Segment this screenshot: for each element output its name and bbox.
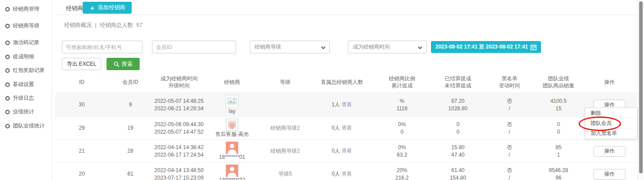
sidebar-item-distributor-level[interactable]: 经销商等级 (5, 22, 39, 30)
cell-member-id: 9 (108, 93, 152, 117)
calendar-icon (530, 44, 537, 50)
date-range-text: 2023-08-02 17:41 至 2023-08-02 17:41 (435, 43, 528, 51)
export-excel-button[interactable]: 导出 EXCEL (62, 58, 101, 70)
circle-icon (5, 124, 10, 128)
cartoon-avatar (226, 119, 238, 131)
distributor-table: ID 会员ID 成为经销商时间升级时间 经销商 等级 直属总经销商人数 经销商比… (55, 72, 637, 180)
cell-team: 00 (535, 117, 582, 140)
row-action-button[interactable]: 操作 (594, 146, 625, 157)
sidebar-item-activation-codes[interactable]: 激活码记录 (5, 39, 39, 46)
chevron-down-icon (321, 45, 326, 49)
table-row: 29 19 2022-05-06 09:44:302022-05-07 14:4… (55, 117, 637, 140)
cell-id: 29 (55, 117, 108, 140)
view-link[interactable]: 查看 (342, 148, 352, 154)
action-dropdown-menu: 删除 团队会员 加入黑名单 (585, 108, 637, 139)
menu-item-team-members[interactable]: 团队会员 (585, 118, 637, 128)
menu-item-delete[interactable]: 删除 (585, 108, 637, 118)
cell-id: 21 (55, 140, 108, 163)
summary-divider: | (95, 22, 96, 28)
view-link[interactable]: 查看 (342, 101, 352, 108)
col-level: 等级 (259, 72, 312, 93)
cell-actions: 操作 (582, 140, 637, 163)
broken-image-avatar (225, 95, 239, 108)
row-action-button[interactable]: 操作 (594, 169, 625, 180)
circle-icon (5, 82, 10, 87)
view-link[interactable]: 查看 (342, 125, 352, 131)
circle-icon (5, 68, 10, 73)
become-time-select-value: 成为经销商时间 (353, 43, 390, 51)
table-row: 20 61 2022-04-14 13:48:502023-07-17 15:2… (55, 163, 637, 180)
sidebar-item-label: 红包奖励记录 (13, 67, 45, 74)
table-header-row: ID 会员ID 成为经销商时间升级时间 经销商 等级 直属总经销商人数 经销商比… (55, 72, 637, 93)
circle-icon (5, 110, 10, 114)
circle-icon (5, 96, 10, 101)
vertical-scrollbar-thumb[interactable] (639, 1, 643, 173)
add-distributor-label: 添加经销商 (98, 4, 126, 11)
cell-team: 4100.515 (535, 93, 582, 117)
menu-item-add-to-blacklist[interactable]: 加入黑名单 (585, 128, 637, 139)
cell-distributor: lay (206, 93, 259, 117)
sidebar-item-label: 团队业绩统计 (13, 122, 45, 130)
chevron-down-icon (418, 45, 423, 49)
person-avatar (226, 165, 238, 177)
cell-level (259, 93, 312, 117)
cell-id: 20 (55, 163, 108, 180)
cell-settled: 87.201028.80 (432, 93, 484, 117)
sidebar-item-commission-detail[interactable]: 提成明细 (5, 53, 34, 60)
cell-times: 2022-04-14 14:38:422022-06-17 17:24:54 (152, 140, 206, 163)
cell-blacklist: 否/ (484, 163, 535, 180)
cell-blacklist: 否/ (484, 140, 535, 163)
total-count-label: 经销商总人数 (100, 22, 133, 28)
search-button[interactable]: 搜索 (107, 58, 140, 70)
col-team: 团队业绩团队商品销量 (535, 72, 582, 93)
sidebar-item-redpacket-records[interactable]: 红包奖励记录 (5, 67, 45, 74)
person-avatar (226, 142, 238, 154)
distributor-admin-page: 经销商管理 经销商等级 激活码记录 提成明细 红包奖励记录 基础设置 升级日志 … (0, 0, 644, 180)
sidebar-item-label: 基础设置 (13, 81, 34, 88)
sidebar-item-distributor-mgmt[interactable]: 经销商管理 (5, 5, 39, 13)
cell-times: 2022-05-06 09:44:302022-05-07 14:47:52 (152, 117, 206, 140)
level-select-value: 经销商等级 (255, 43, 281, 51)
cell-direct-count: 1人 查看 (312, 93, 372, 117)
sidebar-item-label: 升级日志 (13, 94, 34, 102)
sidebar-item-basic-settings[interactable]: 基础设置 (5, 81, 34, 88)
distributor-name: 13*******72 (219, 177, 245, 180)
circle-icon (5, 7, 10, 11)
become-time-select[interactable]: 成为经销商时间 (348, 41, 427, 53)
sidebar-item-performance-stats[interactable]: 业绩统计 (5, 108, 34, 116)
cell-distributor: 13*******72 (206, 163, 259, 180)
overview-label: 经销商概况 (64, 22, 92, 28)
cell-team: 9546.2896 (535, 163, 582, 180)
cell-level: 经销商等级2 (259, 117, 312, 140)
col-become-time: 成为经销商时间升级时间 (152, 72, 206, 93)
cell-member-id: 19 (108, 117, 152, 140)
search-icon (114, 61, 119, 67)
cell-settled: 15.8047.40 (432, 140, 484, 163)
view-link[interactable]: 查看 (342, 171, 352, 177)
sidebar-item-team-performance-stats[interactable]: 团队业绩统计 (5, 122, 45, 130)
vertical-scrollbar-track[interactable] (638, 0, 644, 180)
cell-blacklist: 否/ (484, 93, 535, 117)
table-row: 30 9 2022-05-07 14:48:252022-06-21 14:29… (55, 93, 637, 117)
sidebar-item-label: 经销商等级 (13, 22, 39, 30)
tab-distributor[interactable]: 经销商 (66, 4, 83, 12)
level-select[interactable]: 经销商等级 (250, 41, 330, 53)
sidebar: 经销商管理 经销商等级 激活码记录 提成明细 红包奖励记录 基础设置 升级日志 … (0, 0, 52, 180)
col-ratio: 经销商比例累计提成 (372, 72, 432, 93)
cell-ratio: 0%63.2 (372, 140, 432, 163)
cell-level: 等级5 (259, 163, 312, 180)
member-id-input[interactable] (152, 41, 236, 53)
circle-icon (5, 55, 10, 59)
search-input[interactable] (62, 41, 142, 53)
circle-icon (5, 24, 10, 28)
col-blacklist: 黑名单变动时间 (484, 72, 535, 93)
col-actions: 操作 (582, 72, 637, 93)
date-range-button[interactable]: 2023-08-02 17:41 至 2023-08-02 17:41 (431, 41, 541, 53)
cell-direct-count: 0人 查看 (312, 163, 372, 180)
circle-icon (5, 41, 10, 45)
col-id: ID (55, 72, 108, 93)
table-row: 21 28 2022-04-14 14:38:422022-06-17 17:2… (55, 140, 637, 163)
add-distributor-button[interactable]: ＋ 添加经销商 (83, 2, 132, 14)
sidebar-item-upgrade-log[interactable]: 升级日志 (5, 94, 34, 102)
cell-direct-count: 0人 查看 (312, 140, 372, 163)
